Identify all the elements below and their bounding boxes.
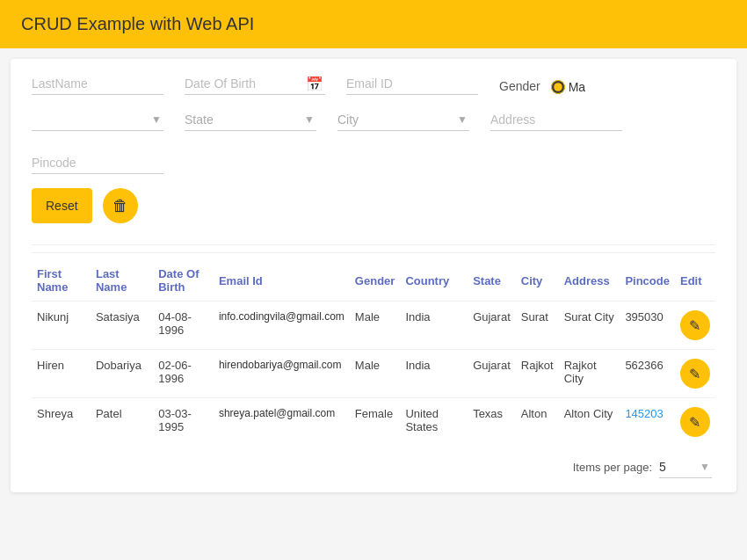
table-row: Nikunj Satasiya 04-08-1996 info.codingvi… <box>32 302 715 350</box>
address-input[interactable] <box>490 109 622 131</box>
cell-gender: Male <box>350 302 401 350</box>
cell-edit: ✎ <box>675 302 715 350</box>
cell-state: Gujarat <box>468 350 516 398</box>
trash-icon: 🗑 <box>112 197 128 215</box>
cell-email: shreya.patel@gmail.com <box>214 398 350 447</box>
items-per-page-wrapper: 5 10 20 ▼ <box>659 456 712 478</box>
pincode-input[interactable] <box>32 152 163 174</box>
col-city: City <box>516 260 559 302</box>
cell-address: Surat City <box>559 302 620 350</box>
action-buttons: Reset 🗑 <box>32 188 715 223</box>
reset-button[interactable]: Reset <box>32 188 92 223</box>
items-per-page-select[interactable]: 5 10 20 <box>659 456 712 477</box>
cell-address: Rajkot City <box>559 350 620 398</box>
delete-button[interactable]: 🗑 <box>103 188 138 223</box>
cell-edit: ✎ <box>675 398 715 447</box>
gender-male-label: Ma <box>569 80 585 94</box>
gender-male-radio[interactable] <box>551 80 565 94</box>
cell-lastname: Patel <box>91 398 153 447</box>
col-email: Email Id <box>214 260 350 302</box>
edit-button[interactable]: ✎ <box>680 310 710 340</box>
gender-field: Gender Ma <box>499 79 622 95</box>
city-field: City Surat Rajkot Alton ▼ <box>337 109 469 131</box>
cell-lastname: Dobariya <box>91 350 153 398</box>
table-header-row: First Name Last Name Date Of Birth Email… <box>32 260 715 302</box>
form-row-2: India United States ▼ State Gujarat Texa… <box>32 109 715 174</box>
col-pincode: Pincode <box>620 260 675 302</box>
gender-label: Gender <box>499 79 540 93</box>
cell-pincode: 395030 <box>620 302 675 350</box>
cell-city: Alton <box>516 398 559 447</box>
main-content: 📅 Gender Ma <box>11 59 736 492</box>
country-select[interactable]: India United States <box>32 109 163 130</box>
cell-email: info.codingvila@gmail.com <box>214 302 350 350</box>
cell-country: United States <box>400 398 468 447</box>
pencil-icon: ✎ <box>689 317 700 334</box>
col-edit: Edit <box>675 260 715 302</box>
col-firstname: First Name <box>32 260 91 302</box>
cell-dob: 04-08-1996 <box>153 302 214 350</box>
lastname-field <box>32 73 163 95</box>
cell-gender: Female <box>350 398 401 447</box>
col-state: State <box>468 260 516 302</box>
cell-lastname: Satasiya <box>91 302 153 350</box>
cell-dob: 03-03-1995 <box>153 398 214 447</box>
cell-edit: ✎ <box>675 350 715 398</box>
cell-country: India <box>400 302 468 350</box>
gender-male-option[interactable]: Ma <box>551 80 585 94</box>
items-per-page-label: Items per page: <box>573 461 652 474</box>
data-table: First Name Last Name Date Of Birth Email… <box>32 260 715 446</box>
city-select[interactable]: City Surat Rajkot Alton <box>337 109 469 130</box>
pencil-icon: ✎ <box>689 414 700 431</box>
cell-country: India <box>400 350 468 398</box>
dob-input[interactable] <box>185 73 316 94</box>
cell-gender: Male <box>350 350 401 398</box>
pagination-row: Items per page: 5 10 20 ▼ <box>32 446 715 478</box>
state-select[interactable]: State Gujarat Texas <box>185 109 316 130</box>
pincode-field <box>32 152 163 174</box>
app-header: CRUD Example with Web API <box>0 0 747 48</box>
form-section: 📅 Gender Ma <box>32 73 715 245</box>
edit-button[interactable]: ✎ <box>680 407 710 437</box>
cell-city: Rajkot <box>516 350 559 398</box>
col-dob: Date Of Birth <box>153 260 214 302</box>
cell-state: Texas <box>468 398 516 447</box>
edit-button[interactable]: ✎ <box>680 359 710 389</box>
country-field: India United States ▼ <box>32 109 163 131</box>
col-gender: Gender <box>350 260 401 302</box>
email-field <box>346 73 478 95</box>
app-title: CRUD Example with Web API <box>21 14 254 33</box>
cell-pincode: 145203 <box>620 398 675 447</box>
cell-firstname: Shreya <box>32 398 91 447</box>
form-row-1: 📅 Gender Ma <box>32 73 715 95</box>
cell-state: Gujarat <box>468 302 516 350</box>
cell-address: Alton City <box>559 398 620 447</box>
col-lastname: Last Name <box>91 260 153 302</box>
table-row: Hiren Dobariya 02-06-1996 hirendobariya@… <box>32 350 715 398</box>
dob-field: 📅 <box>185 73 325 95</box>
state-field: State Gujarat Texas ▼ <box>185 109 316 131</box>
lastname-input[interactable] <box>32 73 163 95</box>
col-country: Country <box>400 260 468 302</box>
address-field <box>490 109 622 131</box>
divider <box>32 252 715 253</box>
cell-firstname: Nikunj <box>32 302 91 350</box>
cell-city: Surat <box>516 302 559 350</box>
table-section: First Name Last Name Date Of Birth Email… <box>32 252 715 478</box>
cell-email: hirendobariya@gmail.com <box>214 350 350 398</box>
col-address: Address <box>559 260 620 302</box>
cell-pincode: 562366 <box>620 350 675 398</box>
email-input[interactable] <box>346 73 478 95</box>
cell-dob: 02-06-1996 <box>153 350 214 398</box>
table-row: Shreya Patel 03-03-1995 shreya.patel@gma… <box>32 398 715 447</box>
pencil-icon: ✎ <box>689 366 700 382</box>
cell-firstname: Hiren <box>32 350 91 398</box>
